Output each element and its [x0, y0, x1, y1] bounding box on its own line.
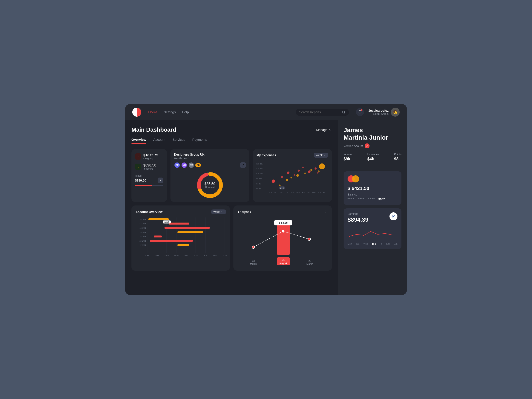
outgoing-label: Outgoing — [143, 157, 158, 160]
ao-week-label: Week — [214, 210, 220, 214]
earnings-section: Earnings $894.39 P Mon — [344, 208, 401, 249]
topup-button[interactable]: ↗ — [158, 177, 163, 183]
verified-check-icon: ✓ — [365, 143, 369, 148]
svg-text:5PM: 5PM — [223, 254, 227, 256]
earnings-header: Earnings $894.39 P — [348, 212, 398, 223]
svg-point-25 — [317, 172, 319, 174]
svg-point-28 — [290, 177, 292, 178]
svg-point-0 — [342, 111, 345, 113]
svg-text:12 JAN: 12 JAN — [139, 244, 146, 246]
card-amount: $ 6421.50 — [348, 185, 369, 191]
tab-overview[interactable]: Overview — [132, 138, 146, 143]
ao-chevron-icon — [221, 211, 224, 213]
account-overview-header: Account Overview Week — [135, 209, 226, 214]
income-stat: Income $9k — [344, 153, 352, 161]
avatar-dr: DR — [174, 162, 180, 168]
manage-button[interactable]: Manage — [316, 128, 332, 132]
svg-text:18/12: 18/12 — [323, 191, 326, 193]
day-labels: Mon Tue Wed Thu Fri Sat Sun — [348, 243, 398, 245]
svg-text:$5-10k: $5-10k — [256, 178, 262, 180]
search-input[interactable] — [299, 110, 340, 114]
chevron-down-icon — [329, 128, 332, 132]
svg-text:16 JAN: 16 JAN — [139, 227, 146, 229]
svg-text:2PM: 2PM — [194, 254, 197, 256]
svg-text:3PM: 3PM — [204, 254, 207, 256]
ao-week-dropdown[interactable]: Week — [211, 209, 226, 214]
dropdown-chevron — [323, 154, 326, 157]
svg-point-18 — [287, 171, 289, 174]
avatar-px: PX — [188, 162, 194, 168]
notification-dot — [361, 109, 362, 111]
svg-text:$0-1k: $0-1k — [256, 188, 261, 190]
tab-account[interactable]: Account — [153, 138, 165, 143]
money-card: ↑ $1872.75 Outgoing ↓ $890.50 Incoming — [132, 149, 167, 202]
svg-text:12PM: 12PM — [174, 254, 178, 256]
tab-services[interactable]: Services — [172, 138, 185, 143]
manage-label: Manage — [316, 128, 327, 132]
day-sat: Sat — [386, 243, 390, 245]
svg-point-31 — [310, 169, 313, 171]
day-fri: Fri — [380, 243, 382, 245]
incoming-item: ↓ $890.50 Incoming — [135, 163, 163, 170]
week-dropdown[interactable]: Week — [314, 153, 328, 158]
svg-text:$ 53.96: $ 53.96 — [279, 221, 287, 224]
points-value: 98 — [394, 157, 401, 161]
svg-text:1PM: 1PM — [184, 254, 188, 256]
svg-text:10AM: 10AM — [155, 254, 159, 256]
earnings-text-block: Earnings $894.39 — [348, 212, 368, 223]
analytics-title: Analytics — [237, 210, 251, 214]
weekly-arrow-button[interactable]: ↗ — [240, 162, 246, 168]
donut-sub: Received — [205, 186, 215, 188]
svg-text:8/12: 8/12 — [269, 191, 272, 193]
svg-rect-59 — [169, 222, 189, 225]
svg-rect-71 — [177, 244, 189, 246]
search-bar-container — [296, 109, 349, 116]
tab-payments[interactable]: Payments — [192, 138, 207, 143]
avatar-row: DR MD PX 08 ↗ — [174, 162, 246, 168]
svg-point-98 — [378, 234, 378, 235]
svg-text:14 JAN: 14 JAN — [139, 235, 146, 238]
cards-row: ↑ $1872.75 Outgoing ↓ $890.50 Incoming — [132, 149, 332, 202]
earnings-amount: $894.39 — [348, 216, 368, 223]
svg-text:March: March — [306, 262, 313, 265]
card-menu-button[interactable]: ... — [393, 185, 398, 190]
progress-fill — [135, 185, 152, 186]
card-dots-2: **** — [358, 197, 365, 201]
topup-section: Topup $780.50 ↗ — [135, 174, 163, 186]
search-icon — [342, 110, 345, 114]
svg-text:$1-5k: $1-5k — [256, 183, 261, 185]
svg-point-23 — [315, 167, 317, 170]
svg-rect-63 — [165, 227, 210, 229]
svg-rect-67 — [154, 236, 162, 238]
svg-text:16/12: 16/12 — [312, 191, 316, 193]
nav-right: Jessica Lofez Super Admin 🧑 — [356, 108, 400, 117]
svg-text:25: 25 — [308, 260, 311, 262]
notification-button[interactable] — [356, 108, 364, 116]
week-label: Week — [316, 154, 323, 157]
nav-home[interactable]: Home — [148, 110, 158, 114]
svg-point-85 — [282, 230, 285, 233]
nav-settings[interactable]: Settings — [164, 110, 176, 114]
account-overview-title: Account Overview — [135, 210, 163, 214]
svg-point-27 — [286, 179, 288, 181]
weekly-pay-card: Designers Group UK Weekly Pay DR MD PX 0… — [171, 149, 249, 202]
svg-text:13 JAN: 13 JAN — [139, 240, 146, 242]
svg-point-24 — [319, 163, 325, 169]
income-value: $9k — [344, 157, 352, 161]
day-tue: Tue — [356, 243, 360, 245]
donut-label: $85.50 Received — [205, 182, 215, 188]
user-info: Jessica Lofez Super Admin 🧑 — [368, 108, 400, 117]
expenses-value: $4k — [367, 157, 379, 161]
nav-help[interactable]: Help — [182, 110, 189, 114]
card-dots-3: **** — [368, 197, 375, 201]
progress-bar — [135, 185, 163, 186]
expenses-card: My Expenses Week $20-25k $15-20k $10-15k… — [253, 149, 332, 202]
bank-card: $ 6421.50 ... Balance **** **** **** 366… — [344, 171, 401, 205]
analytics-menu[interactable]: ⋮ — [323, 209, 328, 215]
bottom-row: Account Overview Week — [132, 205, 332, 271]
analytics-chart: $ 53.96 23 March 21 August — [237, 218, 328, 266]
svg-point-100 — [392, 234, 392, 235]
topup-amount: $780.50 — [135, 179, 146, 182]
analytics-header: Analytics ⋮ — [237, 209, 328, 215]
card-number-row: **** **** **** 3667 — [348, 197, 398, 201]
